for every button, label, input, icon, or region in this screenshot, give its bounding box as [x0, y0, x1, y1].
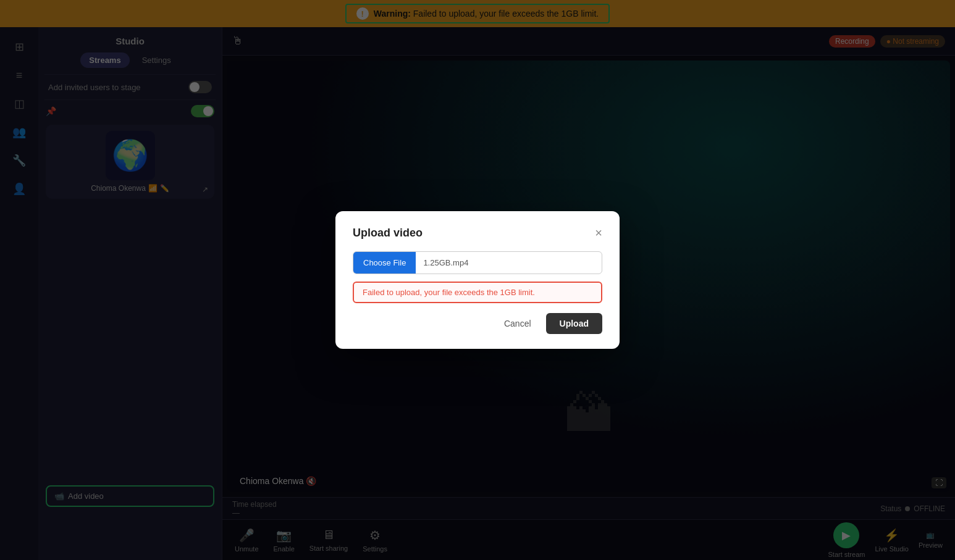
file-input-row: Choose File 1.25GB.mp4 [353, 251, 602, 274]
upload-dialog: Upload video × Choose File 1.25GB.mp4 Fa… [335, 211, 620, 349]
error-message-text: Failed to upload, your file exceeds the … [363, 288, 535, 297]
dialog-title: Upload video [353, 227, 423, 240]
cancel-button[interactable]: Cancel [497, 314, 539, 333]
choose-file-button[interactable]: Choose File [353, 252, 416, 274]
dialog-header: Upload video × [353, 226, 602, 240]
error-message-box: Failed to upload, your file exceeds the … [353, 282, 602, 303]
dialog-close-button[interactable]: × [595, 226, 602, 240]
file-name-display: 1.25GB.mp4 [416, 258, 602, 267]
dialog-overlay: Upload video × Choose File 1.25GB.mp4 Fa… [0, 0, 955, 560]
upload-button[interactable]: Upload [546, 313, 602, 334]
dialog-actions: Cancel Upload [353, 313, 602, 334]
